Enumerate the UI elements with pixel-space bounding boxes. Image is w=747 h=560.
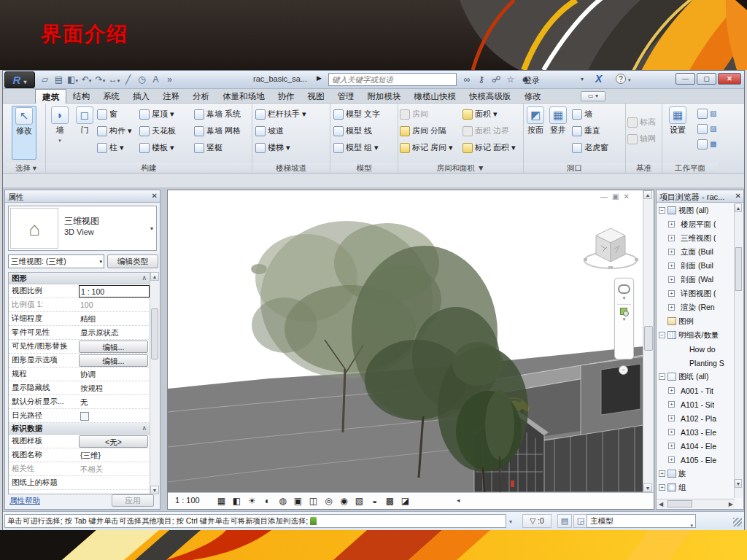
close-button[interactable]: ✕ xyxy=(718,73,741,85)
tree-item[interactable]: How do xyxy=(657,342,735,356)
tree-expander-icon[interactable]: + xyxy=(668,290,675,297)
edit-type-button[interactable]: 编辑类型 xyxy=(107,254,158,268)
search-input[interactable] xyxy=(328,73,457,86)
modify-button[interactable]: ↖ 修改 xyxy=(12,106,36,160)
tree-item[interactable]: + 楼层平面 ( xyxy=(657,217,735,231)
editable-only-button[interactable]: ▤ xyxy=(557,514,572,528)
help-button[interactable]: ? ▾ xyxy=(616,74,638,85)
browser-hscroll-thumb[interactable] xyxy=(667,500,692,508)
wall-button[interactable]: ◗ 墙 ▾ xyxy=(47,106,72,144)
property-row[interactable]: 可见性/图形替换 编辑... xyxy=(9,340,150,354)
tree-expander-icon[interactable] xyxy=(677,346,684,352)
view-minimize-icon[interactable]: — xyxy=(600,192,608,202)
properties-help-link[interactable]: 属性帮助 xyxy=(9,496,40,506)
property-row[interactable]: 图形显示选项 编辑... xyxy=(9,354,150,368)
ribbon-tab[interactable]: 结构 xyxy=(66,89,96,104)
door-button[interactable]: ◻ 门 xyxy=(72,106,97,135)
viewbar-scroll-left-icon[interactable]: ◂ xyxy=(457,497,460,504)
panel-label-select[interactable]: 选择 ▾ xyxy=(7,163,45,173)
reveal-hidden-icon[interactable]: ◉ xyxy=(338,495,349,507)
ribbon-tab[interactable]: 修改 xyxy=(518,89,548,104)
property-value[interactable]: 编辑... xyxy=(79,354,148,367)
ribbon-tab[interactable]: 视图 xyxy=(301,89,331,104)
property-row[interactable]: 规程 协调 xyxy=(9,368,150,381)
ribbon-tab[interactable]: 快模高级版 xyxy=(462,89,518,104)
tree-expander-icon[interactable]: + xyxy=(659,470,665,477)
view-close-icon[interactable]: ✕ xyxy=(623,192,629,202)
property-value[interactable]: 1 : 100 xyxy=(79,285,150,298)
property-value[interactable] xyxy=(79,477,150,489)
property-row[interactable]: 比例值 1: 100 xyxy=(9,298,150,312)
build-item[interactable]: 幕墙 系统 xyxy=(194,106,241,122)
build-item[interactable]: 竖梃 xyxy=(194,139,241,156)
area-item[interactable]: 面积 边界 xyxy=(462,122,516,139)
build-item[interactable]: 天花板 xyxy=(139,122,176,139)
minimize-button[interactable]: — xyxy=(676,73,695,85)
ribbon-minimize-button[interactable]: ▭ ▾ xyxy=(581,91,605,101)
maximize-button[interactable]: ▢ xyxy=(697,73,716,85)
tree-expander-icon[interactable] xyxy=(659,318,665,324)
property-value[interactable]: 无 xyxy=(79,396,150,408)
apply-button[interactable]: 应用 xyxy=(112,494,154,507)
ribbon-tab[interactable]: 协作 xyxy=(271,89,301,104)
ribbon-tab[interactable]: 管理 xyxy=(331,89,361,104)
tree-expander-icon[interactable] xyxy=(677,359,684,366)
ribbon-tab[interactable]: 建筑 xyxy=(35,89,66,104)
detail-level-icon[interactable]: ▦ xyxy=(216,495,227,507)
datum-item[interactable]: 轴网 xyxy=(627,131,656,147)
property-value[interactable]: 按规程 xyxy=(79,382,150,394)
property-value[interactable] xyxy=(79,410,150,422)
qat-expand-icon[interactable]: »▾ xyxy=(163,74,177,86)
properties-scrollbar[interactable]: ▲ ▼ xyxy=(150,272,159,494)
property-row[interactable]: 视图样板 <无> xyxy=(9,435,150,448)
open-icon[interactable]: ▱▾ xyxy=(38,74,52,86)
property-value[interactable]: 精细 xyxy=(79,313,150,325)
sun-path-icon[interactable]: ☀ xyxy=(247,495,258,507)
panel-label-build[interactable]: 构建 xyxy=(46,163,252,173)
type-selector-caret-icon[interactable]: ▾ xyxy=(150,225,153,232)
tree-expander-icon[interactable]: − xyxy=(659,373,665,380)
temporary-hide-icon[interactable]: ◎ xyxy=(323,495,334,507)
navbar-collapse-icon[interactable]: − xyxy=(619,365,628,375)
property-value[interactable]: 不相关 xyxy=(79,463,150,475)
tree-expander-icon[interactable]: + xyxy=(668,456,675,463)
ribbon-tab[interactable]: 注释 xyxy=(156,89,186,104)
tree-item[interactable]: 图例 xyxy=(657,314,735,328)
tree-item[interactable]: − 明细表/数量 xyxy=(657,328,735,342)
view-scrollbar-thumb[interactable] xyxy=(644,326,653,351)
sign-in-label[interactable]: 登录 xyxy=(524,75,540,86)
property-value[interactable]: {三维} xyxy=(79,449,150,462)
analytical-icon[interactable]: ▩ xyxy=(384,495,395,507)
tree-item[interactable]: + A101 - Sit xyxy=(657,397,735,411)
area-item[interactable]: 标记 面积 ▾ xyxy=(462,139,516,156)
tree-item[interactable]: + A105 - Ele xyxy=(657,453,735,467)
text-icon[interactable]: A▾ xyxy=(149,74,163,86)
tree-expander-icon[interactable]: + xyxy=(668,401,675,408)
constraints-icon[interactable]: ◒ xyxy=(369,495,380,507)
tree-item[interactable]: Planting S xyxy=(657,356,735,370)
tree-expander-icon[interactable]: + xyxy=(668,276,675,283)
tree-item[interactable]: + 详图视图 ( xyxy=(657,287,735,300)
3d-scene[interactable] xyxy=(168,190,643,492)
property-row[interactable]: 相关性 不相关 xyxy=(9,462,150,476)
browser-horizontal-scrollbar[interactable]: ◀ ▶ xyxy=(657,499,735,508)
tree-item[interactable]: + 三维视图 ( xyxy=(657,231,735,245)
show-workplane-icon[interactable]: ▧ xyxy=(697,106,716,121)
build-item[interactable]: 楼板 ▾ xyxy=(139,139,176,156)
select-caret-icon[interactable]: ▾ xyxy=(690,519,693,532)
visual-style-icon[interactable]: ◧ xyxy=(231,495,242,507)
tree-expander-icon[interactable]: + xyxy=(668,249,675,255)
shaft-button[interactable]: ▦ 竖井 xyxy=(547,106,569,135)
tree-item[interactable]: + A103 - Ele xyxy=(657,425,735,439)
panel-label-datum[interactable]: 基准 xyxy=(626,163,662,173)
view-vertical-scrollbar[interactable]: ▲ ▼ xyxy=(643,190,654,492)
opening-item[interactable]: 墙 xyxy=(572,106,608,122)
redo-icon[interactable]: ↷▾ xyxy=(93,74,107,86)
view-scale-button[interactable]: 1 : 100 xyxy=(175,496,200,505)
tree-expander-icon[interactable]: + xyxy=(668,429,675,435)
tree-item[interactable]: − 视图 (all) xyxy=(657,203,735,217)
opening-item[interactable]: 垂直 xyxy=(572,122,608,139)
tree-expander-icon[interactable]: + xyxy=(668,262,675,269)
property-row[interactable]: 图纸上的标题 xyxy=(9,476,150,490)
property-value[interactable]: 100 xyxy=(79,299,150,311)
